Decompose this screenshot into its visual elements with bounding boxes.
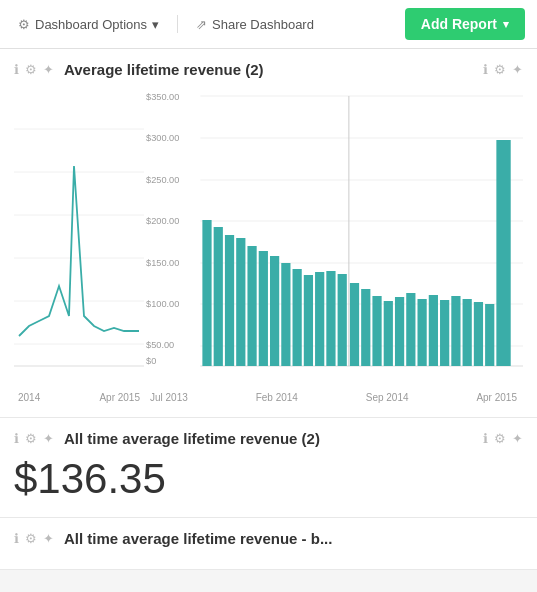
share-dashboard-label: Share Dashboard bbox=[212, 17, 314, 32]
svg-rect-41 bbox=[395, 297, 404, 366]
toolbar: ⚙ Dashboard Options ▾ ⇗ Share Dashboard … bbox=[0, 0, 537, 49]
svg-rect-28 bbox=[259, 251, 268, 366]
toolbar-divider bbox=[177, 15, 178, 33]
metric-filter-right-icon[interactable]: ⚙ bbox=[494, 431, 506, 446]
settings-icon[interactable]: ✦ bbox=[43, 62, 54, 77]
chart-card-icons-left: ℹ ⚙ ✦ bbox=[14, 62, 54, 77]
svg-rect-37 bbox=[350, 283, 359, 366]
svg-rect-31 bbox=[293, 269, 302, 366]
right-xaxis-label-2: Sep 2014 bbox=[366, 392, 409, 403]
add-report-chevron-icon: ▾ bbox=[503, 18, 509, 31]
right-bar-chart: $350.00 $300.00 $250.00 $200.00 $150.00 … bbox=[144, 86, 523, 403]
chart-card: ℹ ⚙ ✦ Average lifetime revenue (2) ℹ ⚙ ✦ bbox=[0, 49, 537, 418]
svg-rect-39 bbox=[372, 296, 381, 366]
chart-card-header: ℹ ⚙ ✦ Average lifetime revenue (2) ℹ ⚙ ✦ bbox=[14, 61, 523, 78]
filter-right-icon[interactable]: ⚙ bbox=[494, 62, 506, 77]
svg-rect-38 bbox=[361, 289, 370, 366]
svg-rect-50 bbox=[496, 140, 510, 366]
svg-text:$200.00: $200.00 bbox=[146, 216, 179, 226]
metric-settings-icon[interactable]: ✦ bbox=[43, 431, 54, 446]
bottom-info-icon[interactable]: ℹ bbox=[14, 531, 19, 546]
left-line-chart: 2014 Apr 2015 bbox=[14, 86, 144, 403]
svg-text:$100.00: $100.00 bbox=[146, 299, 179, 309]
bottom-settings-icon[interactable]: ✦ bbox=[43, 531, 54, 546]
right-xaxis-label-3: Apr 2015 bbox=[476, 392, 517, 403]
chevron-down-icon: ▾ bbox=[152, 17, 159, 32]
metric-card: ℹ ⚙ ✦ All time average lifetime revenue … bbox=[0, 418, 537, 518]
settings-right-icon[interactable]: ✦ bbox=[512, 62, 523, 77]
svg-rect-44 bbox=[429, 295, 438, 366]
dashboard-options-button[interactable]: ⚙ Dashboard Options ▾ bbox=[12, 13, 165, 36]
svg-rect-34 bbox=[326, 271, 335, 366]
svg-text:$350.00: $350.00 bbox=[146, 92, 179, 102]
svg-rect-26 bbox=[236, 238, 245, 366]
svg-rect-29 bbox=[270, 256, 279, 366]
bottom-card-icons-left: ℹ ⚙ ✦ bbox=[14, 531, 54, 546]
toolbar-left: ⚙ Dashboard Options ▾ ⇗ Share Dashboard bbox=[12, 13, 393, 36]
bottom-card-title: All time average lifetime revenue - b... bbox=[64, 530, 332, 547]
svg-text:$150.00: $150.00 bbox=[146, 258, 179, 268]
svg-rect-43 bbox=[417, 299, 426, 366]
svg-rect-24 bbox=[214, 227, 223, 366]
info-right-icon[interactable]: ℹ bbox=[483, 62, 488, 77]
gear-icon: ⚙ bbox=[18, 17, 30, 32]
svg-rect-49 bbox=[485, 304, 494, 366]
bottom-card: ℹ ⚙ ✦ All time average lifetime revenue … bbox=[0, 518, 537, 570]
svg-rect-27 bbox=[247, 246, 256, 366]
metric-value: $136.35 bbox=[14, 455, 523, 503]
metric-card-icons-right: ℹ ⚙ ✦ bbox=[483, 431, 523, 446]
svg-rect-23 bbox=[202, 220, 211, 366]
svg-rect-47 bbox=[463, 299, 472, 366]
svg-rect-35 bbox=[338, 274, 347, 366]
left-xaxis-label-0: 2014 bbox=[18, 392, 40, 403]
svg-rect-33 bbox=[315, 272, 324, 366]
metric-card-icons-left: ℹ ⚙ ✦ bbox=[14, 431, 54, 446]
info-icon[interactable]: ℹ bbox=[14, 62, 19, 77]
svg-rect-48 bbox=[474, 302, 483, 366]
svg-text:$300.00: $300.00 bbox=[146, 133, 179, 143]
metric-card-header: ℹ ⚙ ✦ All time average lifetime revenue … bbox=[14, 430, 523, 447]
chart-card-title: Average lifetime revenue (2) bbox=[64, 61, 264, 78]
metric-settings-right-icon[interactable]: ✦ bbox=[512, 431, 523, 446]
share-dashboard-button[interactable]: ⇗ Share Dashboard bbox=[190, 13, 320, 36]
right-xaxis-label-1: Feb 2014 bbox=[256, 392, 298, 403]
svg-rect-40 bbox=[384, 301, 393, 366]
right-xaxis-label-0: Jul 2013 bbox=[150, 392, 188, 403]
metric-card-title: All time average lifetime revenue (2) bbox=[64, 430, 320, 447]
left-chart-svg bbox=[14, 86, 144, 386]
svg-text:$250.00: $250.00 bbox=[146, 175, 179, 185]
add-report-button[interactable]: Add Report ▾ bbox=[405, 8, 525, 40]
svg-text:$50.00: $50.00 bbox=[146, 340, 174, 350]
filter-icon[interactable]: ⚙ bbox=[25, 62, 37, 77]
dashboard-options-label: Dashboard Options bbox=[35, 17, 147, 32]
svg-text:$0: $0 bbox=[146, 356, 156, 366]
share-icon: ⇗ bbox=[196, 17, 207, 32]
svg-rect-30 bbox=[281, 263, 290, 366]
bottom-filter-icon[interactable]: ⚙ bbox=[25, 531, 37, 546]
right-chart-svg: $350.00 $300.00 $250.00 $200.00 $150.00 … bbox=[144, 86, 523, 386]
bottom-card-header: ℹ ⚙ ✦ All time average lifetime revenue … bbox=[14, 530, 523, 547]
add-report-label: Add Report bbox=[421, 16, 497, 32]
metric-filter-icon[interactable]: ⚙ bbox=[25, 431, 37, 446]
chart-area: 2014 Apr 2015 $350.00 $300.00 $250.00 $2… bbox=[14, 86, 523, 403]
svg-rect-46 bbox=[451, 296, 460, 366]
svg-rect-42 bbox=[406, 293, 415, 366]
right-chart-xaxis: Jul 2013 Feb 2014 Sep 2014 Apr 2015 bbox=[144, 390, 523, 403]
svg-rect-25 bbox=[225, 235, 234, 366]
left-xaxis-label-1: Apr 2015 bbox=[99, 392, 140, 403]
svg-rect-32 bbox=[304, 275, 313, 366]
chart-card-icons-right: ℹ ⚙ ✦ bbox=[483, 62, 523, 77]
metric-info-right-icon[interactable]: ℹ bbox=[483, 431, 488, 446]
svg-rect-45 bbox=[440, 300, 449, 366]
left-chart-xaxis: 2014 Apr 2015 bbox=[14, 390, 144, 403]
metric-info-icon[interactable]: ℹ bbox=[14, 431, 19, 446]
